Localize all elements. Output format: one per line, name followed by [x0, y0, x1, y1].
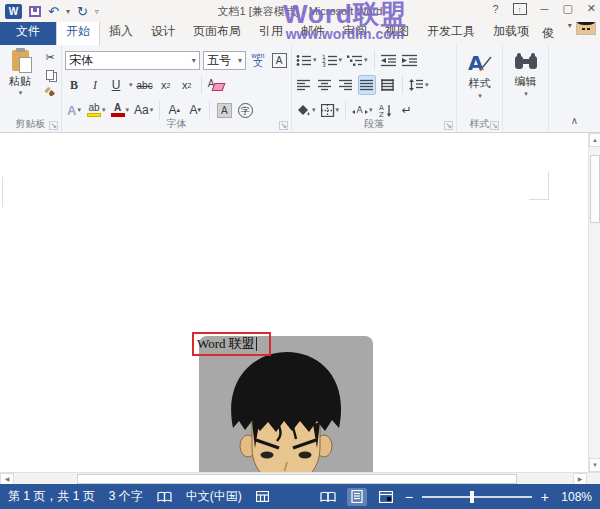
increase-indent-icon	[402, 54, 418, 67]
caption-highlight-box[interactable]: Word 联盟	[192, 332, 271, 356]
distribute-button[interactable]	[379, 75, 397, 95]
inline-picture[interactable]: UNOHOHS	[199, 336, 373, 472]
zoom-out-button[interactable]: −	[405, 490, 413, 504]
zoom-in-button[interactable]: +	[541, 490, 549, 504]
align-center-button[interactable]	[316, 75, 334, 95]
read-mode-button[interactable]	[318, 488, 338, 506]
ribbon-display-options-icon[interactable]: ↑	[513, 3, 527, 15]
paste-button[interactable]: 粘贴 ▾	[3, 48, 37, 97]
web-layout-button[interactable]	[376, 488, 396, 506]
page-indicator[interactable]: 第 1 页，共 1 页	[8, 488, 95, 505]
tab-view[interactable]: 视图	[376, 19, 418, 45]
line-spacing-button[interactable]: ▾	[408, 75, 430, 95]
editing-button-label: 编辑	[515, 74, 537, 89]
word-count[interactable]: 3 个字	[109, 488, 143, 505]
tab-addins[interactable]: 加载项	[484, 19, 538, 45]
macro-record-button[interactable]	[256, 491, 269, 502]
character-border-button[interactable]: A	[270, 50, 288, 70]
italic-button[interactable]: I	[86, 75, 104, 95]
enclose-characters-icon: 字	[238, 103, 253, 118]
text-highlight-icon: ab	[87, 103, 101, 117]
maximize-icon[interactable]: ▢	[562, 2, 572, 15]
increase-indent-button[interactable]	[401, 50, 419, 70]
subscript-button[interactable]: x2	[157, 75, 175, 95]
clear-formatting-button[interactable]	[207, 75, 225, 95]
clipboard-dialog-launcher[interactable]: ↘	[49, 121, 58, 130]
align-right-button[interactable]	[337, 75, 355, 95]
vertical-scroll-thumb[interactable]	[590, 155, 600, 223]
tab-file[interactable]: 文件	[0, 19, 56, 45]
tab-home[interactable]: 开始	[56, 18, 100, 45]
caption-text[interactable]: Word 联盟	[197, 335, 255, 353]
paste-clipboard-icon	[12, 50, 29, 71]
print-layout-button[interactable]	[347, 488, 367, 506]
proofing-book-icon	[157, 491, 172, 503]
vertical-scrollbar[interactable]: ▲ ▼	[588, 133, 600, 472]
bullets-button[interactable]: ▾	[295, 50, 318, 70]
tab-review[interactable]: 审阅	[334, 19, 376, 45]
tab-insert[interactable]: 插入	[100, 19, 142, 45]
group-font: 宋体 ▾ 五号 ▾ wén 文 A B I	[62, 45, 292, 132]
borders-icon	[321, 104, 335, 117]
chevron-down-icon[interactable]: ▾	[192, 56, 196, 65]
scroll-up-icon[interactable]: ▲	[589, 133, 600, 147]
format-painter-button[interactable]	[41, 84, 59, 99]
help-icon[interactable]: ?	[492, 3, 498, 15]
zoom-percentage[interactable]: 108%	[558, 490, 592, 504]
styles-button[interactable]: A 样式 ▾	[460, 48, 499, 100]
align-right-icon	[339, 79, 353, 91]
paste-dropdown-icon[interactable]: ▾	[19, 89, 23, 97]
align-left-button[interactable]	[295, 75, 313, 95]
styles-button-label: 样式	[469, 76, 491, 91]
paragraph-dialog-launcher[interactable]: ↘	[444, 121, 453, 130]
multilevel-list-button[interactable]: ▾	[346, 50, 369, 70]
superscript-button[interactable]: x2	[178, 75, 196, 95]
underline-button[interactable]: U	[107, 75, 125, 95]
bold-button[interactable]: B	[65, 75, 83, 95]
scroll-down-icon[interactable]: ▼	[589, 458, 600, 472]
tab-mailings[interactable]: 邮件	[292, 19, 334, 45]
editing-button[interactable]: 编辑 ▾	[506, 48, 545, 98]
macro-record-icon	[256, 491, 269, 502]
status-bar: 第 1 页，共 1 页 3 个字 中文(中国)	[0, 484, 600, 509]
avatar-eye	[587, 28, 590, 30]
tab-design[interactable]: 设计	[142, 19, 184, 45]
zoom-slider-thumb[interactable]	[470, 491, 474, 503]
print-layout-icon	[351, 490, 363, 503]
justify-icon	[360, 79, 374, 91]
font-dialog-launcher[interactable]: ↘	[279, 121, 288, 130]
font-name-combobox[interactable]: 宋体 ▾	[65, 51, 200, 70]
decrease-indent-button[interactable]	[380, 50, 398, 70]
tab-developer[interactable]: 开发工具	[418, 19, 484, 45]
group-editing: 编辑 ▾	[503, 45, 549, 132]
collapse-ribbon-icon[interactable]: ∧	[571, 115, 578, 126]
svg-text:Z: Z	[379, 111, 384, 117]
font-size-value: 五号	[207, 52, 231, 69]
horizontal-scroll-thumb[interactable]	[77, 474, 517, 484]
styles-dialog-launcher[interactable]: ↘	[490, 121, 499, 130]
group-label-font: 字体	[62, 117, 291, 131]
group-label-paragraph: 段落	[292, 117, 456, 131]
phonetic-guide-button[interactable]: wén 文	[249, 50, 267, 70]
ribbon-home: 粘贴 ▾ ✂ 剪贴板 ↘ 宋体 ▾ 五号 ▾	[0, 45, 600, 133]
underline-dropdown-icon[interactable]: ▾	[129, 81, 133, 89]
numbering-button[interactable]: 1 2 3 ▾	[321, 50, 344, 70]
justify-button[interactable]	[358, 75, 376, 95]
decrease-indent-icon	[381, 54, 397, 67]
proofing-status[interactable]	[157, 491, 172, 503]
tab-page-layout[interactable]: 页面布局	[184, 19, 250, 45]
horizontal-scrollbar[interactable]: ◀ ▶	[0, 472, 600, 484]
zoom-slider[interactable]	[422, 496, 532, 498]
cut-button[interactable]: ✂	[41, 50, 59, 65]
copy-button[interactable]	[41, 67, 59, 82]
close-icon[interactable]: ✕	[587, 2, 596, 15]
tab-references[interactable]: 引用	[250, 19, 292, 45]
document-canvas[interactable]: UNOHOHS Word 联盟	[0, 133, 588, 472]
chevron-down-icon[interactable]: ▾	[238, 56, 242, 65]
font-size-combobox[interactable]: 五号 ▾	[203, 51, 246, 70]
margin-crop-mark	[548, 172, 549, 199]
language-indicator[interactable]: 中文(中国)	[186, 488, 242, 505]
strikethrough-button[interactable]: abc	[136, 75, 154, 95]
align-left-icon	[297, 79, 311, 91]
minimize-icon[interactable]: ─	[541, 3, 549, 15]
